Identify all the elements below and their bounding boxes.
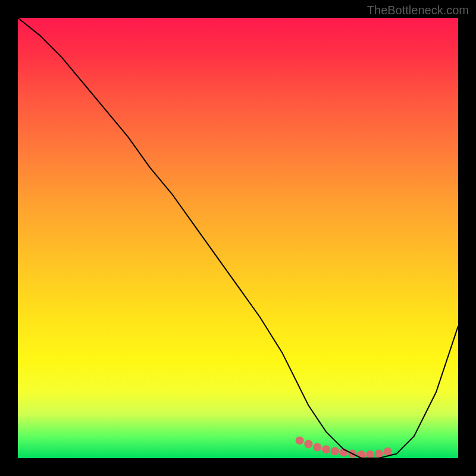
marker-dot <box>331 447 339 455</box>
marker-dot <box>296 436 304 444</box>
watermark-text: TheBottleneck.com <box>367 4 469 17</box>
marker-dot <box>313 443 321 452</box>
bottleneck-curve <box>18 18 458 458</box>
low-zone-markers <box>296 436 392 458</box>
marker-dot <box>366 450 374 458</box>
marker-dot <box>375 450 383 458</box>
marker-dot <box>322 445 330 453</box>
marker-dot <box>304 440 312 448</box>
chart-plot-area <box>18 18 458 458</box>
chart-svg <box>18 18 458 458</box>
marker-dot <box>384 447 392 456</box>
